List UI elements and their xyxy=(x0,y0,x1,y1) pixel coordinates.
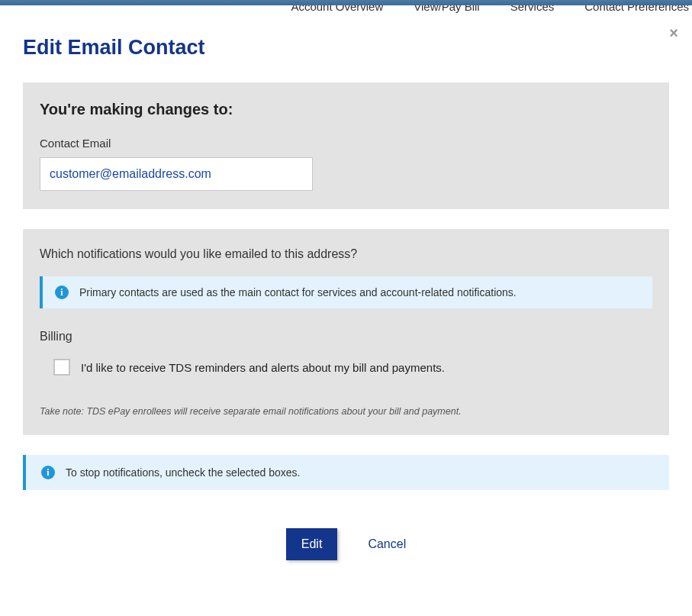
info-icon: i xyxy=(41,466,55,479)
actions-row: Edit Cancel xyxy=(23,528,669,560)
billing-checkbox-label: I'd like to receive TDS reminders and al… xyxy=(81,361,445,374)
nav-links: Account Overview View/Pay Bill Services … xyxy=(0,5,692,15)
changes-heading: You're making changes to: xyxy=(40,101,652,118)
info-text-stop: To stop notifications, uncheck the selec… xyxy=(66,466,300,479)
nav-item-pay-bill[interactable]: View/Pay Bill xyxy=(414,5,479,15)
top-nav-bar xyxy=(0,0,692,5)
billing-checkbox-row: I'd like to receive TDS reminders and al… xyxy=(40,359,652,376)
notifications-prompt: Which notifications would you like email… xyxy=(40,247,652,261)
cancel-button[interactable]: Cancel xyxy=(368,537,406,551)
edit-email-modal: × Edit Email Contact You're making chang… xyxy=(0,15,692,591)
stop-notifications-info: i To stop notifications, uncheck the sel… xyxy=(23,455,669,490)
email-label: Contact Email xyxy=(40,137,652,150)
edit-button[interactable]: Edit xyxy=(286,528,338,560)
changes-panel: You're making changes to: Contact Email xyxy=(23,82,669,209)
nav-item-overview[interactable]: Account Overview xyxy=(291,5,383,15)
nav-item-contact-preferences[interactable]: Contact Preferences xyxy=(584,5,689,15)
primary-contact-info: i Primary contacts are used as the main … xyxy=(40,276,652,308)
epay-note: Take note: TDS ePay enrollees will recei… xyxy=(40,406,652,417)
close-button[interactable]: × xyxy=(669,25,678,40)
billing-heading: Billing xyxy=(40,330,652,343)
info-text-primary: Primary contacts are used as the main co… xyxy=(79,286,517,298)
modal-title: Edit Email Contact xyxy=(23,36,669,60)
notifications-panel: Which notifications would you like email… xyxy=(23,229,669,435)
email-input[interactable] xyxy=(40,157,313,191)
billing-checkbox[interactable] xyxy=(53,359,70,376)
info-icon: i xyxy=(55,285,69,299)
nav-item-services[interactable]: Services xyxy=(510,5,555,15)
